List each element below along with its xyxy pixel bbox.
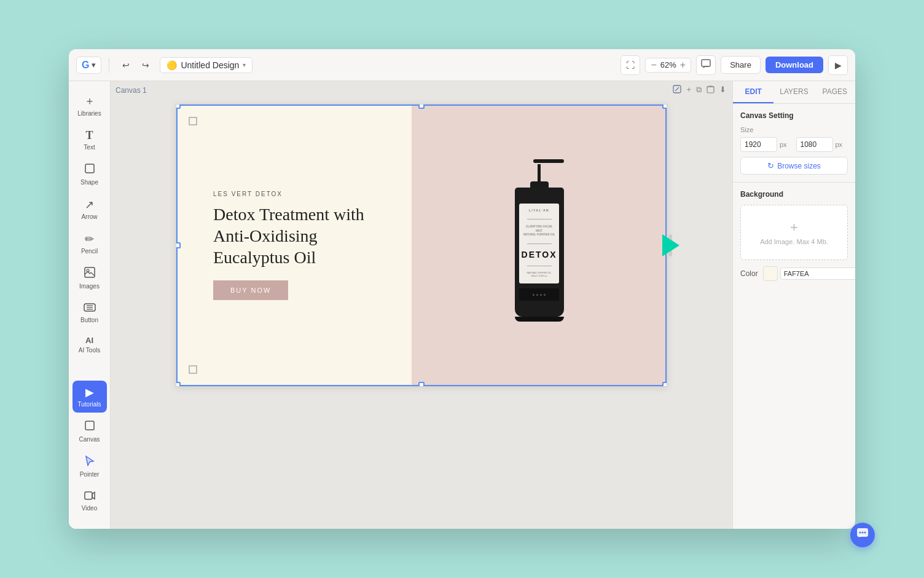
size-section-title: Size: [740, 126, 848, 133]
sidebar-tool-shape[interactable]: Shape: [72, 158, 107, 191]
text-icon: T: [85, 129, 93, 142]
doc-title-dropdown-icon: ▾: [243, 61, 246, 68]
bottle-bottom: [515, 317, 564, 322]
background-title: Background: [740, 190, 848, 199]
zoom-in-button[interactable]: +: [679, 60, 687, 71]
redo-button[interactable]: ↪: [136, 56, 155, 74]
pencil-icon: ✏: [85, 232, 94, 246]
sidebar-tool-libraries[interactable]: ＋ Libraries: [72, 89, 107, 122]
corner-decoration-tl: [189, 117, 197, 125]
height-input[interactable]: [796, 137, 833, 152]
bg-plus-icon: +: [790, 220, 798, 236]
width-input[interactable]: [740, 137, 777, 152]
zoom-out-button[interactable]: −: [649, 60, 657, 71]
pump-neck: [538, 164, 541, 181]
canvas-duplicate-icon[interactable]: ⧉: [695, 84, 703, 97]
bottle-visual: LIYAL'AN CLARIFYING FACIAL MISTNATURAL P…: [503, 159, 576, 331]
svg-rect-1: [85, 164, 94, 173]
fit-button[interactable]: ⛶: [621, 55, 640, 75]
pump-head: [533, 159, 564, 163]
canvas-frame[interactable]: LES VERT DETOX Detox Treatment with Anti…: [176, 104, 667, 387]
sidebar-tool-tutorials[interactable]: ▶ Tutorials: [72, 381, 107, 413]
google-dropdown-icon: ▾: [92, 60, 96, 69]
brand-name: LES VERT DETOX: [213, 191, 385, 197]
shape-label: Shape: [80, 179, 98, 186]
browse-sizes-icon: ↻: [767, 161, 774, 170]
canvas-label-icons: + ⧉ ⬇: [671, 84, 727, 97]
color-hex-input[interactable]: [780, 267, 855, 280]
doc-title-area[interactable]: 🟡 Untitled Design ▾: [160, 57, 253, 73]
sidebar-tool-text[interactable]: T Text: [72, 124, 107, 156]
right-panel: EDIT LAYERS PAGES Canvas Setting Size px…: [732, 81, 855, 529]
height-input-group: px: [796, 137, 848, 152]
color-swatch-input: [763, 266, 855, 281]
download-button[interactable]: Download: [765, 57, 823, 73]
svg-rect-12: [707, 87, 714, 93]
undo-button[interactable]: ↩: [117, 56, 135, 74]
tab-pages[interactable]: PAGES: [815, 81, 855, 103]
canvas-name-label: Canvas 1: [116, 86, 147, 95]
sidebar-tool-images[interactable]: Images: [72, 262, 107, 295]
sidebar-bottom: ▶ Tutorials Canvas Pointer: [72, 381, 107, 521]
floating-triangle: [662, 234, 679, 256]
bottle-label-detail: NATURAL PURIFIER OIL100ml / 3.38 fl.oz: [527, 272, 552, 279]
canvas-content-right: LIYAL'AN CLARIFYING FACIAL MISTNATURAL P…: [412, 105, 667, 386]
sidebar-tool-canvas[interactable]: Canvas: [72, 415, 107, 448]
bottle-label-sub: CLARIFYING FACIAL MISTNATURAL PURIFIER O…: [523, 225, 555, 237]
svg-point-16: [862, 531, 864, 533]
sidebar-tool-video[interactable]: Video: [72, 485, 107, 517]
svg-point-17: [864, 531, 866, 533]
svg-rect-8: [85, 421, 94, 430]
buy-now-button[interactable]: BUY NOW: [213, 280, 288, 300]
svg-point-15: [859, 531, 861, 533]
canvas-download-icon[interactable]: ⬇: [718, 84, 727, 97]
google-icon: G: [82, 60, 89, 71]
canvas-edit-icon[interactable]: [671, 84, 683, 97]
browse-sizes-button[interactable]: ↻ Browse sizes: [740, 157, 848, 175]
canvas-viewport[interactable]: LES VERT DETOX Detox Treatment with Anti…: [111, 99, 732, 529]
sidebar-tool-pointer[interactable]: Pointer: [72, 450, 107, 483]
tab-layers[interactable]: LAYERS: [773, 81, 814, 103]
google-button[interactable]: G ▾: [76, 57, 101, 74]
comment-button[interactable]: [696, 55, 716, 75]
shape-icon: [84, 163, 95, 177]
libraries-label: Libraries: [77, 110, 101, 117]
canvas-delete-icon[interactable]: [705, 84, 716, 97]
button-label: Button: [80, 317, 98, 323]
sidebar-tool-button[interactable]: Button: [72, 297, 107, 328]
panel-tabs: EDIT LAYERS PAGES: [733, 81, 855, 104]
height-unit: px: [836, 141, 843, 148]
present-button[interactable]: ▶: [828, 55, 848, 75]
bottle-label: LIYAL'AN CLARIFYING FACIAL MISTNATURAL P…: [519, 204, 559, 283]
doc-title: Untitled Design: [181, 60, 239, 70]
handle-ml[interactable]: [176, 242, 181, 248]
canvas-label-bar: Canvas 1 + ⧉ ⬇: [111, 81, 732, 99]
share-button[interactable]: Share: [721, 56, 761, 74]
bg-add-label: Add Image. Max 4 Mb.: [760, 238, 828, 245]
sidebar-tool-pencil[interactable]: ✏ Pencil: [72, 228, 107, 259]
bottle-label-divider2: [527, 243, 552, 244]
sidebar-tool-ai-tools[interactable]: AI AI Tools: [72, 331, 107, 358]
bottle-label-divider3: [527, 266, 552, 266]
sidebar-tool-arrow[interactable]: ↗ Arrow: [72, 193, 107, 225]
handle-bl[interactable]: [176, 382, 181, 387]
color-row: Color: [740, 266, 848, 281]
arrow-icon: ↗: [85, 198, 94, 212]
bottle-dots: [533, 294, 546, 296]
doc-icon: 🟡: [166, 60, 177, 70]
chat-fab[interactable]: [850, 523, 875, 547]
svg-rect-2: [85, 267, 95, 277]
bottle-label-divider1: [527, 219, 552, 220]
ai-tools-label: AI Tools: [79, 347, 100, 354]
video-label: Video: [82, 505, 97, 512]
tab-edit[interactable]: EDIT: [733, 81, 773, 103]
color-label: Color: [740, 269, 758, 278]
canvas-add-icon[interactable]: +: [685, 84, 692, 97]
top-bar: G ▾ ↩ ↪ 🟡 Untitled Design ▾ ⛶ − 62% +: [69, 49, 855, 81]
bg-image-upload-area[interactable]: + Add Image. Max 4 Mb.: [740, 205, 848, 260]
canvas-setting-title: Canvas Setting: [740, 111, 848, 120]
product-title: Detox Treatment with Anti-Oxidising Euca…: [213, 204, 385, 268]
handle-tl[interactable]: [176, 104, 181, 109]
width-input-group: px: [740, 137, 793, 152]
color-swatch[interactable]: [763, 266, 778, 281]
